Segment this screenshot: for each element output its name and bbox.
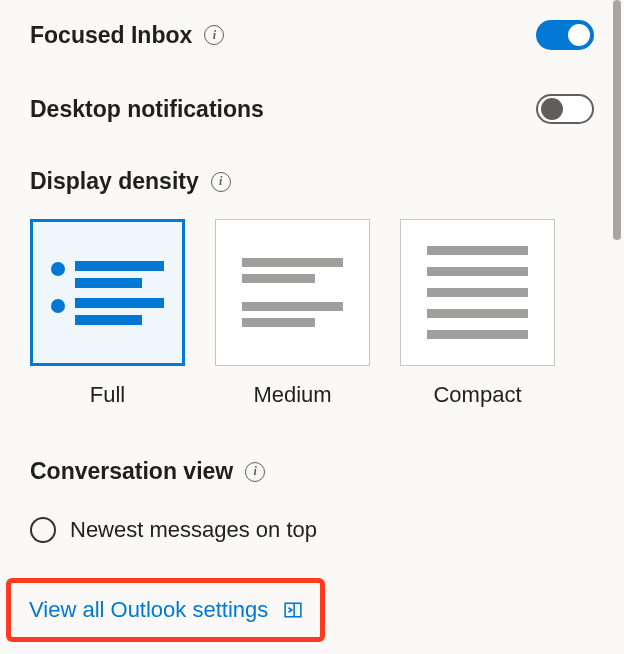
open-pane-icon <box>284 601 302 619</box>
density-card-compact <box>400 219 555 366</box>
density-option-full[interactable]: Full <box>30 219 185 408</box>
desktop-notifications-label-group: Desktop notifications <box>30 96 264 123</box>
density-card-medium <box>215 219 370 366</box>
conversation-view-label: Conversation view <box>30 458 233 485</box>
info-icon[interactable]: i <box>211 172 231 192</box>
preview-lines <box>75 261 164 288</box>
focused-inbox-label: Focused Inbox <box>30 22 192 49</box>
toggle-knob <box>541 98 563 120</box>
radio-newest-on-top[interactable]: Newest messages on top <box>30 517 594 543</box>
desktop-notifications-label: Desktop notifications <box>30 96 264 123</box>
preview-line <box>427 267 528 276</box>
display-density-header: Display density i <box>30 168 594 195</box>
preview-line <box>427 330 528 339</box>
display-density-label: Display density <box>30 168 199 195</box>
display-density-options: Full Medium <box>30 219 594 408</box>
preview-lines <box>234 258 351 327</box>
preview-line <box>75 261 164 271</box>
preview-line <box>242 318 315 327</box>
preview-line <box>75 298 164 308</box>
preview-line <box>427 288 528 297</box>
density-label-full: Full <box>90 382 125 408</box>
conversation-view-header: Conversation view i <box>30 458 594 485</box>
focused-inbox-label-group: Focused Inbox i <box>30 22 224 49</box>
focused-inbox-row: Focused Inbox i <box>30 20 594 50</box>
preview-pair <box>242 302 343 327</box>
info-icon[interactable]: i <box>245 462 265 482</box>
toggle-knob <box>568 24 590 46</box>
info-icon[interactable]: i <box>204 25 224 45</box>
dot-icon <box>51 299 65 313</box>
preview-lines <box>419 246 536 339</box>
radio-label: Newest messages on top <box>70 517 317 543</box>
density-option-medium[interactable]: Medium <box>215 219 370 408</box>
highlight-annotation: View all Outlook settings <box>6 578 325 642</box>
preview-line <box>242 302 343 311</box>
density-label-medium: Medium <box>253 382 331 408</box>
radio-input[interactable] <box>30 517 56 543</box>
density-preview-row <box>51 261 164 288</box>
dot-icon <box>51 262 65 276</box>
conversation-view-options: Newest messages on top <box>30 509 594 557</box>
preview-lines <box>75 298 164 325</box>
focused-inbox-toggle[interactable] <box>536 20 594 50</box>
desktop-notifications-row: Desktop notifications <box>30 94 594 124</box>
desktop-notifications-toggle[interactable] <box>536 94 594 124</box>
preview-line <box>427 309 528 318</box>
preview-pair <box>242 258 343 283</box>
view-all-settings-link[interactable]: View all Outlook settings <box>29 597 268 623</box>
preview-line <box>242 274 315 283</box>
density-card-full <box>30 219 185 366</box>
preview-line <box>242 258 343 267</box>
quick-settings-panel: Focused Inbox i Desktop notifications Di… <box>0 0 624 654</box>
scrollbar[interactable] <box>613 0 621 240</box>
density-label-compact: Compact <box>433 382 521 408</box>
preview-line <box>75 315 142 325</box>
density-option-compact[interactable]: Compact <box>400 219 555 408</box>
preview-line <box>75 278 142 288</box>
density-preview-row <box>51 298 164 325</box>
preview-line <box>427 246 528 255</box>
